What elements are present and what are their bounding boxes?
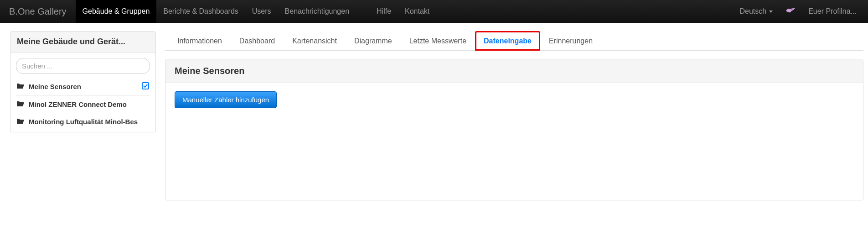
chevron-down-icon <box>769 10 773 13</box>
nav-item-notifications[interactable]: Benachrichtigungen <box>278 0 356 23</box>
tab-erinnerungen[interactable]: Erinnerungen <box>540 31 601 51</box>
add-manual-meter-button[interactable]: Manueller Zähler hinzufügen <box>175 91 277 108</box>
folder-open-icon <box>17 100 24 108</box>
nav-item-contact[interactable]: Kontakt <box>398 0 436 23</box>
sidebar-item-label: Minol ZENNER Connect Demo <box>29 100 149 108</box>
sidebar: Meine Gebäude und Gerät... Meine Sensore… <box>10 31 156 132</box>
nav-item-reports-dashboards[interactable]: Berichte & Dashboards <box>156 0 245 23</box>
folder-open-icon <box>17 83 24 90</box>
sidebar-item-label: Meine Sensoren <box>29 83 138 90</box>
sidebar-tree: Meine Sensoren Minol ZENNER Connect Demo <box>16 78 150 130</box>
tab-diagramme[interactable]: Diagramme <box>346 31 401 51</box>
search-input[interactable] <box>16 58 150 74</box>
hummingbird-icon <box>785 6 796 17</box>
nav-item-buildings-groups[interactable]: Gebäude & Gruppen <box>76 0 157 23</box>
nav-right-group: Deutsch Euer Profilna... <box>733 0 863 23</box>
svg-rect-0 <box>142 83 149 89</box>
tab-dateneingabe[interactable]: Dateneingabe <box>475 31 540 51</box>
language-dropdown[interactable]: Deutsch <box>733 0 780 23</box>
profile-menu[interactable]: Euer Profilna... <box>801 0 863 23</box>
sidebar-item-meine-sensoren[interactable]: Meine Sensoren <box>16 78 150 95</box>
main-content: Informationen Dashboard Kartenansicht Di… <box>165 31 863 200</box>
sidebar-item-label: Monitoring Luftqualität Minol-Bes <box>29 118 149 126</box>
nav-item-users[interactable]: Users <box>245 0 278 23</box>
section-title: Meine Sensoren <box>165 59 863 83</box>
language-label: Deutsch <box>739 7 766 16</box>
nav-left-group: Gebäude & Gruppen Berichte & Dashboards … <box>76 0 437 23</box>
sidebar-title: Meine Gebäude und Gerät... <box>10 31 155 52</box>
tab-dashboard[interactable]: Dashboard <box>231 31 284 51</box>
checkbox-checked-icon <box>142 82 149 91</box>
sidebar-item-monitoring-luftqualitaet[interactable]: Monitoring Luftqualität Minol-Bes <box>16 113 150 130</box>
nav-item-help[interactable]: Hilfe <box>370 0 398 23</box>
content-tabs: Informationen Dashboard Kartenansicht Di… <box>165 31 863 51</box>
sidebar-item-minol-zenner[interactable]: Minol ZENNER Connect Demo <box>16 95 150 113</box>
folder-open-icon <box>17 118 24 126</box>
top-navbar: B.One Gallery Gebäude & Gruppen Berichte… <box>0 0 868 23</box>
tab-kartenansicht[interactable]: Kartenansicht <box>284 31 346 51</box>
tab-informationen[interactable]: Informationen <box>169 31 231 51</box>
brand-title[interactable]: B.One Gallery <box>9 6 67 17</box>
section-panel: Meine Sensoren Manueller Zähler hinzufüg… <box>165 59 863 200</box>
tab-letzte-messwerte[interactable]: Letzte Messwerte <box>401 31 475 51</box>
